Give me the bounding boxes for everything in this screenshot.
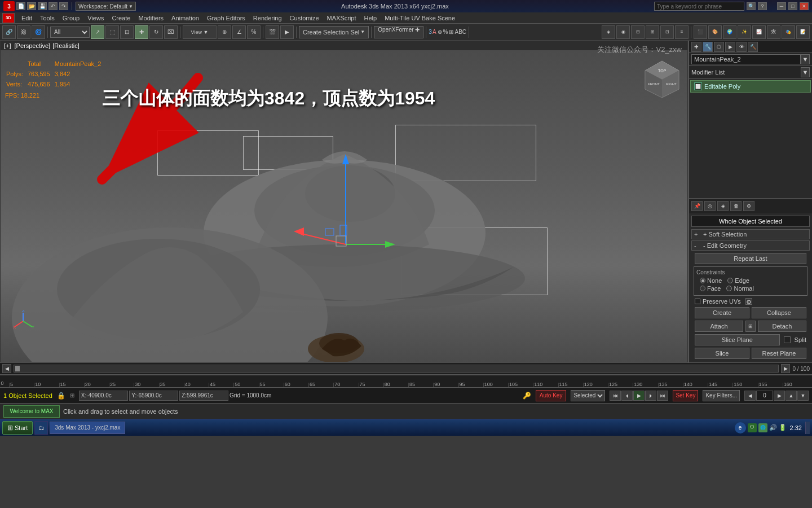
create-panel-icon[interactable]: ✚ bbox=[691, 42, 701, 52]
time-track[interactable] bbox=[14, 365, 779, 373]
search-icon[interactable]: 🔍 bbox=[747, 2, 756, 10]
constraint-normal[interactable]: Normal bbox=[726, 285, 753, 292]
taskbar-network-icon[interactable]: 🌐 bbox=[758, 423, 767, 432]
filter-select[interactable]: AllGeometryShapes bbox=[50, 27, 90, 38]
help-icon[interactable]: ? bbox=[758, 2, 767, 10]
bind-space-warp-icon[interactable]: 🌀 bbox=[32, 25, 45, 39]
attach-button[interactable]: Attach bbox=[695, 321, 743, 332]
open-xformer-btn[interactable]: OpenXFormer ✚ bbox=[374, 26, 423, 38]
taskbar-3dsmax-item[interactable]: 3ds Max 2013 - yxcj2.max bbox=[50, 422, 125, 434]
modify-panel-icon[interactable]: 🔧 bbox=[703, 42, 713, 52]
lock-icon[interactable]: 🔒 bbox=[57, 392, 65, 400]
menu-views[interactable]: Views bbox=[84, 14, 107, 22]
hierarchy-panel-icon[interactable]: ⬡ bbox=[714, 42, 724, 52]
remove-modifier-icon[interactable]: 🗑 bbox=[730, 201, 742, 211]
y-coord-input[interactable] bbox=[136, 392, 176, 398]
percent-snap-icon[interactable]: % bbox=[247, 25, 261, 39]
next-frame-btn[interactable]: ▶ bbox=[781, 364, 790, 373]
constraint-none[interactable]: None bbox=[700, 277, 722, 284]
create-selection-dropdown-icon[interactable]: ▼ bbox=[360, 29, 365, 34]
make-unique-icon[interactable]: ◈ bbox=[717, 201, 729, 211]
menu-customize[interactable]: Customize bbox=[286, 14, 323, 22]
close-button[interactable]: ✕ bbox=[800, 2, 809, 10]
view-cube[interactable]: TOP RIGHT FRONT bbox=[642, 58, 682, 99]
taskbar-battery-icon[interactable]: 🔋 bbox=[779, 424, 787, 431]
z-coord-input[interactable] bbox=[187, 392, 226, 398]
select-scale-icon[interactable]: ⌧ bbox=[164, 25, 178, 39]
menu-modifiers[interactable]: Modifiers bbox=[135, 14, 167, 22]
split-checkbox[interactable] bbox=[784, 336, 791, 343]
create-button[interactable]: Create bbox=[695, 307, 749, 318]
grid-icon[interactable]: ⊞ bbox=[70, 392, 74, 398]
material-editor-icon[interactable]: ⬛ bbox=[694, 25, 707, 39]
frame-prev-btn[interactable]: ◀ bbox=[744, 391, 756, 401]
menu-edit[interactable]: Edit bbox=[18, 14, 36, 22]
constraint-face-radio[interactable] bbox=[700, 286, 705, 291]
start-button[interactable]: ⊞ Start bbox=[2, 421, 33, 435]
constraint-edge[interactable]: Edge bbox=[727, 277, 749, 284]
select-move-icon[interactable]: ✚ bbox=[135, 25, 148, 39]
taskbar-explorer-icon[interactable]: 🗂 bbox=[34, 421, 48, 435]
modifier-list-dropdown[interactable]: ▼ bbox=[801, 67, 810, 77]
selected-dropdown[interactable]: Selected bbox=[571, 390, 605, 401]
create-selection-btn[interactable]: Create Selection Sel ▼ bbox=[299, 26, 369, 38]
attach-settings-icon[interactable]: ⊞ bbox=[745, 321, 756, 332]
show-desktop-btn[interactable] bbox=[805, 422, 810, 434]
constraint-normal-radio[interactable] bbox=[726, 286, 732, 291]
object-name-dropdown[interactable]: ▼ bbox=[801, 54, 810, 64]
configure-modifier-sets-icon[interactable]: ⚙ bbox=[743, 201, 754, 211]
viewport-render-mode[interactable]: [Realistic] bbox=[52, 42, 80, 49]
show-end-result-icon[interactable]: ◎ bbox=[704, 201, 716, 211]
restore-button[interactable]: □ bbox=[788, 2, 797, 10]
taskbar-sound-icon[interactable]: 🔊 bbox=[769, 424, 777, 431]
prev-frame-btn2[interactable]: ⏴ bbox=[621, 391, 633, 401]
render-scene-icon[interactable]: 🎬 bbox=[266, 25, 279, 39]
go-end-btn[interactable]: ⏭ bbox=[657, 391, 668, 401]
next-frame-btn2[interactable]: ⏵ bbox=[645, 391, 656, 401]
key-filters-btn[interactable]: Key Filters... bbox=[703, 390, 740, 401]
edit-geometry-section[interactable]: - - Edit Geometry bbox=[691, 240, 810, 251]
workspace-selector[interactable]: Workspace: Default ▼ bbox=[76, 2, 136, 11]
slice-plane-button[interactable]: Slice Plane bbox=[695, 334, 780, 345]
open-icon[interactable]: 📂 bbox=[27, 2, 36, 10]
pin-stack-icon[interactable]: 📌 bbox=[691, 201, 703, 211]
constraint-face[interactable]: Face bbox=[700, 285, 721, 292]
frame-up-btn[interactable]: ▲ bbox=[785, 391, 797, 401]
viewport[interactable]: [+] [Perspective] [Realistic] Total Moun… bbox=[0, 41, 688, 362]
render-setup-icon[interactable]: 🎨 bbox=[708, 25, 722, 39]
quick-render-icon[interactable]: ▶ bbox=[280, 25, 294, 39]
layer-align-icon[interactable]: ≡ bbox=[675, 25, 689, 39]
display-panel-icon[interactable]: 👁 bbox=[736, 42, 747, 52]
constraint-none-radio[interactable] bbox=[700, 278, 705, 283]
x-coord-input[interactable] bbox=[86, 392, 126, 398]
collapse-button[interactable]: Collapse bbox=[752, 307, 806, 318]
prev-frame-btn[interactable]: ◀ bbox=[2, 364, 11, 373]
render-effects-icon[interactable]: ✨ bbox=[738, 25, 751, 39]
align-icon[interactable]: ⊟ bbox=[631, 25, 645, 39]
reset-plane-button[interactable]: Reset Plane bbox=[752, 348, 806, 359]
menu-animation[interactable]: Animation bbox=[168, 14, 202, 22]
viewport-plus[interactable]: [+] bbox=[4, 42, 11, 49]
object-name-input[interactable] bbox=[691, 54, 801, 64]
play-btn[interactable]: ▶ bbox=[633, 391, 645, 401]
soft-selection-section[interactable]: + + Soft Selection bbox=[691, 229, 810, 239]
quick-align-icon[interactable]: ⊞ bbox=[646, 25, 659, 39]
select-region-icon[interactable]: ⬚ bbox=[105, 25, 119, 39]
set-key-btn[interactable]: Set Key bbox=[673, 390, 698, 401]
viewport-view-name[interactable]: [Perspective] bbox=[15, 42, 51, 49]
detach-button[interactable]: Detach bbox=[758, 321, 806, 332]
align-view-icon[interactable]: ⊡ bbox=[660, 25, 674, 39]
menu-rendering[interactable]: Rendering bbox=[250, 14, 285, 22]
go-start-btn[interactable]: ⏮ bbox=[610, 391, 621, 401]
motion-panel-icon[interactable]: ▶ bbox=[725, 42, 735, 52]
frame-input[interactable] bbox=[756, 391, 773, 401]
time-thumb[interactable] bbox=[15, 366, 20, 371]
save-icon[interactable]: 💾 bbox=[38, 2, 47, 10]
new-icon[interactable]: 📄 bbox=[16, 2, 25, 10]
preserve-uvs-settings-icon[interactable]: ⚙ bbox=[745, 298, 752, 305]
max-script-icon[interactable]: 📝 bbox=[796, 25, 810, 39]
constraint-edge-radio[interactable] bbox=[727, 278, 733, 283]
menu-multitile[interactable]: Multi-Tile UV Bake Scene bbox=[381, 14, 458, 22]
place-highlight-icon[interactable]: ◉ bbox=[616, 25, 630, 39]
unlink-icon[interactable]: ⛓ bbox=[17, 25, 30, 39]
